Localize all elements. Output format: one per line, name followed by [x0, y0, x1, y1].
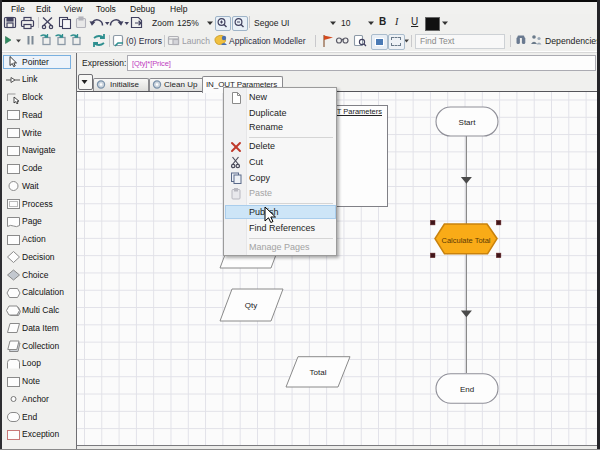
svg-text:Qty: Qty: [245, 301, 257, 310]
svg-text:Calculate Total: Calculate Total: [441, 236, 490, 245]
svg-text:Start: Start: [459, 118, 477, 127]
svg-text:Total: Total: [310, 368, 327, 377]
svg-text:End: End: [460, 385, 474, 394]
